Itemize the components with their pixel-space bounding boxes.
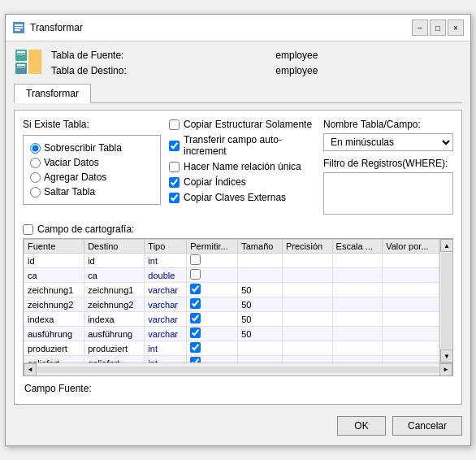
window-title: Transformar <box>30 22 83 33</box>
dest-table-label: Tabla de Destino: <box>51 65 270 76</box>
svg-rect-9 <box>17 67 25 67</box>
table-row[interactable]: cacadouble <box>24 268 439 283</box>
table-row[interactable]: indexaindexavarchar50 <box>24 312 439 327</box>
table-row[interactable]: ididint <box>24 254 439 268</box>
source-table-label: Tabla de Fuente: <box>51 50 270 61</box>
row-permitir-checkbox[interactable] <box>190 298 201 309</box>
tab-content: Si Existe Tabla: Sobrescribir Tabla Vaci… <box>14 110 462 405</box>
database-icon <box>14 48 43 77</box>
title-bar-controls: − □ × <box>412 20 464 36</box>
minimize-button[interactable]: − <box>412 20 428 36</box>
middle-column: Copiar Estructurar Solamente Transferir … <box>169 119 315 217</box>
nombre-tabla-label: Nombre Tabla/Campo: <box>323 119 453 130</box>
radio-sobrescribir[interactable]: Sobrescribir Tabla <box>30 142 154 154</box>
check-copiar-claves[interactable]: Copiar Claves Externas <box>169 192 315 203</box>
checkbox-list: Copiar Estructurar Solamente Transferir … <box>169 119 315 203</box>
row-permitir-checkbox[interactable] <box>190 284 201 294</box>
maximize-button[interactable]: □ <box>430 20 446 36</box>
scroll-right-button[interactable]: ► <box>439 363 452 376</box>
svg-rect-8 <box>17 64 25 66</box>
svg-rect-6 <box>17 54 25 54</box>
col-valor: Valor por... <box>383 240 439 254</box>
check-copiar-claves-input[interactable] <box>169 193 180 203</box>
radio-saltar-input[interactable] <box>30 187 41 197</box>
col-destino: Destino <box>84 240 145 254</box>
filtro-textarea[interactable] <box>323 172 453 215</box>
col-permitir: Permitir... <box>187 240 238 254</box>
row-permitir-checkbox[interactable] <box>190 254 201 265</box>
radio-sobrescribir-input[interactable] <box>30 143 41 154</box>
row-permitir-checkbox[interactable] <box>190 328 201 338</box>
col-escala: Escala ... <box>332 240 383 254</box>
col-tipo: Tipo <box>145 240 187 254</box>
main-window: Transformar − □ × Tabla de Fuente: <box>5 14 471 446</box>
dest-table-value: employee <box>275 65 462 76</box>
svg-rect-5 <box>17 51 25 53</box>
left-column: Si Existe Tabla: Sobrescribir Tabla Vaci… <box>23 119 161 217</box>
table-row[interactable]: zeichnung1zeichnung1varchar50 <box>24 283 439 297</box>
row-permitir-checkbox[interactable] <box>190 342 201 353</box>
table-row[interactable]: ausführungausführungvarchar50 <box>24 327 439 341</box>
scroll-track-vertical[interactable] <box>441 253 452 349</box>
table-row[interactable]: zeichnung2zeichnung2varchar50 <box>24 297 439 312</box>
table-container: Fuente Destino Tipo Permitir... Tamaño P… <box>23 238 453 376</box>
svg-rect-1 <box>15 24 23 26</box>
col-fuente: Fuente <box>24 240 84 254</box>
col-tamano: Tamaño <box>238 240 283 254</box>
col-precision: Precisión <box>282 240 332 254</box>
radio-vaciar[interactable]: Vaciar Datos <box>30 157 154 168</box>
tab-strip: Transformar <box>14 84 462 103</box>
scroll-track-horizontal[interactable] <box>37 367 439 373</box>
title-bar-left: Transformar <box>12 21 83 34</box>
close-button[interactable]: × <box>448 20 464 36</box>
table-wrapper: Fuente Destino Tipo Permitir... Tamaño P… <box>24 239 452 362</box>
radio-agregar[interactable]: Agregar Datos <box>30 171 154 183</box>
svg-rect-10 <box>28 50 41 74</box>
buttons-row: OK Cancelar <box>14 413 462 439</box>
filtro-label: Filtro de Registros(WHERE): <box>323 158 453 169</box>
two-col-layout: Si Existe Tabla: Sobrescribir Tabla Vaci… <box>23 119 453 217</box>
horizontal-scrollbar[interactable]: ◄ ► <box>24 362 452 375</box>
scroll-left-button[interactable]: ◄ <box>24 363 37 376</box>
radio-agregar-input[interactable] <box>30 172 41 183</box>
mapping-checkbox[interactable] <box>23 224 33 235</box>
vertical-scrollbar[interactable]: ▲ ▼ <box>439 239 452 362</box>
check-copiar-indices[interactable]: Copiar Índices <box>169 176 315 188</box>
check-copiar-estructurar[interactable]: Copiar Estructurar Solamente <box>169 119 315 130</box>
radio-vaciar-input[interactable] <box>30 158 41 168</box>
check-transferir-auto[interactable]: Transferir campo auto-increment <box>169 134 315 157</box>
radio-group-exists: Sobrescribir Tabla Vaciar Datos Agregar … <box>23 135 161 205</box>
ok-button[interactable]: OK <box>337 416 386 436</box>
check-copiar-indices-input[interactable] <box>169 177 180 188</box>
check-hacer-name-input[interactable] <box>169 162 180 172</box>
mapping-table: Fuente Destino Tipo Permitir... Tamaño P… <box>24 239 439 362</box>
table-row[interactable]: geliefertgeliefertint <box>24 356 439 363</box>
check-copiar-estructurar-input[interactable] <box>169 119 180 130</box>
row-permitir-checkbox[interactable] <box>190 357 201 362</box>
scroll-up-button[interactable]: ▲ <box>440 239 453 252</box>
svg-rect-2 <box>15 27 23 28</box>
cancel-button[interactable]: Cancelar <box>392 416 462 436</box>
row-permitir-checkbox[interactable] <box>190 313 201 323</box>
mapping-label: Campo de cartografía: <box>37 223 134 235</box>
row-permitir-checkbox[interactable] <box>190 269 201 280</box>
campo-fuente: Campo Fuente: <box>23 381 453 396</box>
scroll-down-button[interactable]: ▼ <box>440 349 453 362</box>
tab-transformar[interactable]: Transformar <box>14 84 91 103</box>
svg-rect-3 <box>15 29 20 31</box>
window-content: Tabla de Fuente: employee Tabla de Desti… <box>6 41 470 445</box>
table-scroll-content[interactable]: Fuente Destino Tipo Permitir... Tamaño P… <box>24 239 439 362</box>
title-bar: Transformar − □ × <box>6 15 470 41</box>
si-existe-label: Si Existe Tabla: <box>23 119 161 130</box>
mapping-header: Campo de cartografía: <box>23 223 453 235</box>
check-transferir-auto-input[interactable] <box>169 141 180 151</box>
source-table-value: employee <box>275 50 462 61</box>
source-dest-section: Tabla de Fuente: employee Tabla de Desti… <box>14 48 462 77</box>
nombre-tabla-select[interactable]: En minúsculas En mayúsculas Sin cambios <box>323 133 453 151</box>
table-row[interactable]: produziertproduziertint <box>24 341 439 356</box>
check-hacer-name[interactable]: Hacer Name relación única <box>169 161 315 172</box>
mapping-section: Campo de cartografía: Fuente Destino Tip… <box>23 223 453 376</box>
radio-saltar[interactable]: Saltar Tabla <box>30 186 154 197</box>
right-column: Nombre Tabla/Campo: En minúsculas En may… <box>323 119 453 217</box>
window-icon <box>12 21 25 34</box>
